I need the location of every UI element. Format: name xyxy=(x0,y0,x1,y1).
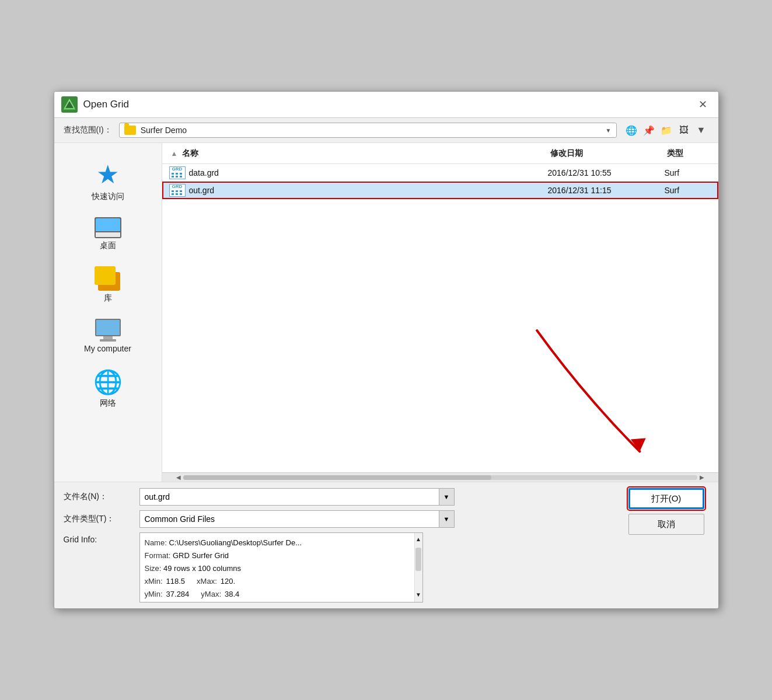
file-date: 2016/12/31 10:55 xyxy=(548,168,665,177)
col-date-header[interactable]: 修改日期 xyxy=(548,145,665,162)
sidebar-item-network[interactable]: 🌐 网络 xyxy=(64,364,152,413)
xmax-col: xMax: 120. xyxy=(197,575,235,588)
filetype-row: 文件类型(T)： ▼ xyxy=(64,510,621,528)
sidebar-item-library[interactable]: 库 xyxy=(64,262,152,308)
sidebar-label-my-computer: My computer xyxy=(84,344,131,353)
scroll-up-indicator: ▲ xyxy=(169,149,180,158)
sidebar: ★ 快速访问 桌面 库 xyxy=(54,143,162,482)
file-name: out.grd xyxy=(189,186,548,195)
table-row[interactable]: GRD out.grd 2016/12/31 11:15 Surf xyxy=(162,182,718,199)
zmax-val: 69.4 xyxy=(250,601,264,603)
scroll-left-arrow[interactable]: ◀ xyxy=(174,474,183,480)
toolbar-icons: 🌐 📌 📁 🖼 ▼ xyxy=(624,123,709,138)
col-type-header[interactable]: 类型 xyxy=(665,145,711,162)
pin-icon-btn[interactable]: 📌 xyxy=(641,123,656,138)
sidebar-label-quick-access: 快速访问 xyxy=(92,191,124,202)
xmin-key: xMin: xyxy=(145,575,163,588)
location-dropdown[interactable]: Surfer Demo ▼ xyxy=(119,123,617,138)
close-button[interactable]: ✕ xyxy=(695,96,711,113)
ymax-val: 38.4 xyxy=(225,588,239,601)
main-content: ★ 快速访问 桌面 库 xyxy=(54,143,718,482)
scroll-thumb[interactable] xyxy=(183,475,492,480)
table-row[interactable]: GRD data.grd 2016/12/31 10:55 Surf xyxy=(162,164,718,182)
filetype-select-wrapper: ▼ xyxy=(139,510,455,528)
sidebar-item-my-computer[interactable]: My computer xyxy=(64,314,152,358)
filename-label: 文件名(N)： xyxy=(64,492,134,502)
info-scroll-thumb[interactable] xyxy=(415,548,421,571)
file-header: ▲ 名称 修改日期 类型 xyxy=(162,143,718,164)
sidebar-item-desktop[interactable]: 桌面 xyxy=(64,213,152,256)
library-icon xyxy=(95,266,121,291)
info-scroll-up[interactable]: ▲ xyxy=(414,533,422,545)
file-list: GRD data.grd 2016/12/31 10:55 Surf GRD xyxy=(162,164,718,472)
horizontal-scrollbar: ◀ ▶ xyxy=(162,472,718,482)
info-scrollbar: ▲ ▼ xyxy=(414,533,422,602)
zmin-val: 4.0242448736 xyxy=(166,601,215,603)
dropdown-arrow-icon: ▼ xyxy=(606,127,612,134)
gridinfo-row: Grid Info: Name: C:\Users\Guoliang\Deskt… xyxy=(64,532,621,603)
title-bar-left: Open Grid xyxy=(61,96,129,113)
gridinfo-format: Format: GRD Surfer Grid xyxy=(145,549,418,562)
zmin-col: zMin: 4.0242448736 xyxy=(145,601,215,603)
filename-input[interactable] xyxy=(139,488,439,506)
file-type: Surf xyxy=(665,168,711,177)
gridinfo-label: Grid Info: xyxy=(64,532,134,544)
network-icon: 🌐 xyxy=(93,368,123,396)
filetype-dropdown-btn[interactable]: ▼ xyxy=(439,510,455,528)
gridinfo-z: zMin: 4.0242448736 zMax: 69.4 xyxy=(145,601,418,603)
scroll-right-arrow[interactable]: ▶ xyxy=(697,474,707,480)
gridinfo-size: Size: 49 rows x 100 columns xyxy=(145,562,418,575)
zmax-key: zMax: xyxy=(226,601,247,603)
ymin-key: yMin: xyxy=(145,588,163,601)
file-name: data.grd xyxy=(189,168,548,177)
filename-input-wrapper: ▼ xyxy=(139,488,455,506)
bottom-left: 文件名(N)： ▼ 文件类型(T)： ▼ Grid Info: xyxy=(64,488,621,603)
size-key: Size: xyxy=(145,564,162,573)
folder-nav-btn[interactable]: 📁 xyxy=(659,123,674,138)
open-button[interactable]: 打开(O) xyxy=(628,488,704,509)
action-buttons: 打开(O) 取消 xyxy=(621,488,709,603)
search-label: 查找范围(I)： xyxy=(64,125,112,135)
gridinfo-y: yMin: 37.284 yMax: 38.4 xyxy=(145,588,418,601)
sidebar-item-quick-access[interactable]: ★ 快速访问 xyxy=(64,155,152,207)
format-key: Format: xyxy=(145,551,171,560)
dialog-title: Open Grid xyxy=(83,99,129,110)
more-icon-btn[interactable]: ▼ xyxy=(694,123,709,138)
bottom-area: 文件名(N)： ▼ 文件类型(T)： ▼ Grid Info: xyxy=(64,488,709,603)
file-type: Surf xyxy=(665,186,711,195)
filetype-label: 文件类型(T)： xyxy=(64,514,134,524)
filename-dropdown-btn[interactable]: ▼ xyxy=(439,488,455,506)
col-name-header[interactable]: 名称 xyxy=(180,145,548,162)
grd-file-icon: GRD xyxy=(169,166,186,179)
zmax-col: zMax: 69.4 xyxy=(226,601,265,603)
web-icon-btn[interactable]: 🌐 xyxy=(624,123,639,138)
xmax-val: 120. xyxy=(221,575,235,588)
gridinfo-name: Name: C:\Users\Guoliang\Desktop\Surfer D… xyxy=(145,537,418,549)
desktop-icon xyxy=(95,217,121,238)
format-val: GRD Surfer Grid xyxy=(173,551,229,560)
name-val: C:\Users\Guoliang\Desktop\Surfer De... xyxy=(169,538,302,547)
xmin-col: xMin: 118.5 xyxy=(145,575,186,588)
view-icon-btn[interactable]: 🖼 xyxy=(676,123,691,138)
scroll-track[interactable] xyxy=(183,475,697,480)
gridinfo-box: Name: C:\Users\Guoliang\Desktop\Surfer D… xyxy=(139,532,423,603)
name-key: Name: xyxy=(145,538,167,547)
cancel-button[interactable]: 取消 xyxy=(628,514,704,535)
filetype-select[interactable] xyxy=(139,510,439,528)
sidebar-label-desktop: 桌面 xyxy=(100,241,116,251)
xmin-val: 118.5 xyxy=(166,575,186,588)
sidebar-label-library: 库 xyxy=(104,293,112,304)
info-scroll-down[interactable]: ▼ xyxy=(414,588,422,601)
xmax-key: xMax: xyxy=(197,575,217,588)
filename-row: 文件名(N)： ▼ xyxy=(64,488,621,506)
file-date: 2016/12/31 11:15 xyxy=(548,186,665,195)
ymax-key: yMax: xyxy=(201,588,221,601)
star-icon: ★ xyxy=(96,159,119,189)
zmin-key: zMin: xyxy=(145,601,163,603)
file-panel: ▲ 名称 修改日期 类型 GRD data.grd xyxy=(162,143,718,482)
toolbar-row: 查找范围(I)： Surfer Demo ▼ 🌐 📌 📁 🖼 ▼ xyxy=(54,118,718,143)
bottom-section: 文件名(N)： ▼ 文件类型(T)： ▼ Grid Info: xyxy=(54,482,718,608)
size-val: 49 rows x 100 columns xyxy=(163,564,241,573)
grd-file-icon: GRD xyxy=(169,184,186,197)
ymax-col: yMax: 38.4 xyxy=(201,588,239,601)
